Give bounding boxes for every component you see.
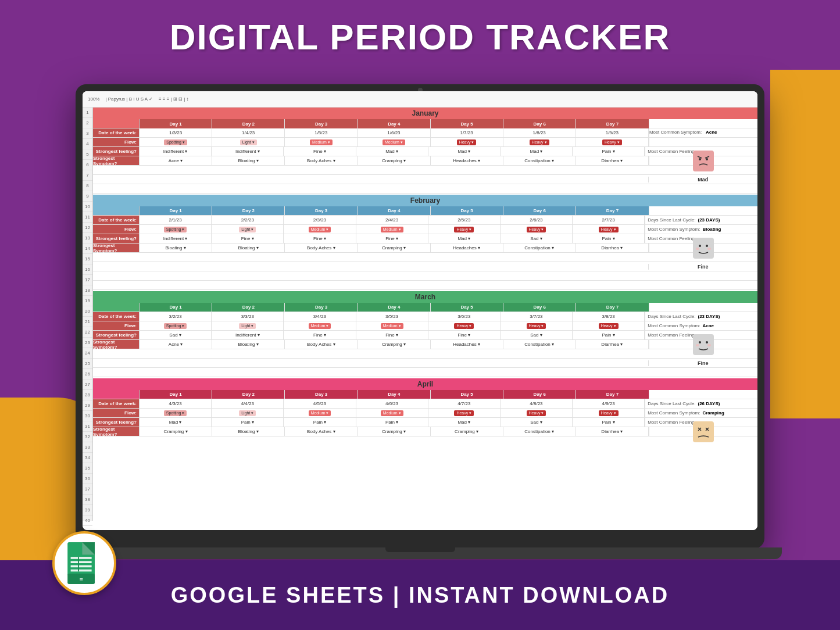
mar-feel3: Fine ▾ bbox=[284, 331, 356, 339]
apr-sym3: Body Aches ▾ bbox=[285, 427, 358, 436]
mar-flow1: Spotting ▾ bbox=[140, 321, 212, 330]
mar-d4h: Day 4 bbox=[358, 303, 431, 312]
jan-feel4: Mad ▾ bbox=[356, 147, 428, 156]
apr-feel2: Pain ▾ bbox=[212, 418, 284, 427]
jan-flow3-pill: Medium ▾ bbox=[310, 139, 333, 145]
apr-flow3: Medium ▾ bbox=[284, 409, 356, 417]
rn-32: 32 bbox=[83, 432, 92, 442]
jan-flow2-pill: Light ▾ bbox=[240, 139, 257, 145]
jan-feeling-area bbox=[649, 138, 757, 146]
jan-symptom: Strongest Symptom? Acne ▾ Bloating ▾ Bod… bbox=[93, 156, 757, 166]
feb-empty3 bbox=[93, 281, 757, 290]
svg-rect-10 bbox=[693, 334, 714, 355]
mar-stats-spacer bbox=[649, 303, 757, 312]
data-grid: January Day 1 Day 2 Day 3 Day 4 Day 5 Da… bbox=[93, 108, 757, 521]
rn-1: 1 bbox=[83, 108, 92, 118]
feb-flow1: Spotting ▾ bbox=[140, 225, 212, 234]
rn-10: 10 bbox=[83, 202, 92, 212]
apr-feeling: Strongest feeling? Mad ▾ Pain ▾ Pain ▾ P… bbox=[93, 418, 757, 427]
svg-point-9 bbox=[707, 248, 711, 250]
rn-9: 9 bbox=[83, 191, 92, 202]
rn-28: 28 bbox=[83, 390, 92, 400]
mad-face-icon bbox=[692, 150, 714, 172]
toolbar-zoom: 100% bbox=[86, 96, 101, 102]
feb-empty1 bbox=[93, 253, 757, 262]
jan-date5: 1/7/23 bbox=[431, 128, 503, 137]
feb-fp2: Light ▾ bbox=[239, 227, 256, 232]
svg-rect-26 bbox=[71, 565, 92, 568]
svg-rect-24 bbox=[71, 557, 92, 559]
rn-39: 39 bbox=[83, 505, 92, 516]
mar-empty1 bbox=[93, 349, 757, 359]
svg-rect-15 bbox=[693, 421, 714, 442]
feb-flow-label: Flow: bbox=[93, 225, 140, 234]
february-header: February bbox=[93, 195, 757, 206]
feb-d1h: Day 1 bbox=[140, 206, 212, 215]
fine-face-icon bbox=[692, 237, 714, 259]
mar-feel7: Pain ▾ bbox=[573, 331, 645, 339]
jan-empty2 bbox=[93, 184, 757, 194]
mar-flow3: Medium ▾ bbox=[284, 321, 356, 330]
mar-fine-emoji bbox=[649, 340, 757, 349]
apr-flow5: Heavy ▾ bbox=[428, 409, 501, 417]
apr-flow1: Spotting ▾ bbox=[140, 409, 212, 417]
mar-date-label: Date of the week: bbox=[93, 312, 140, 321]
apr-feeling-label: Strongest feeling? bbox=[93, 418, 140, 427]
jan-d4h: Day 4 bbox=[358, 119, 431, 128]
rn-19: 19 bbox=[83, 296, 92, 306]
toolbar-icons: ≡ ≡ ≡ | ⊞ ⊟ | ↕ bbox=[157, 96, 191, 102]
apr-angry-emoji bbox=[649, 427, 757, 436]
mar-feel4: Fine ▾ bbox=[356, 331, 428, 339]
rn-34: 34 bbox=[83, 453, 92, 463]
mar-date6: 3/7/23 bbox=[501, 312, 573, 321]
rn-27: 27 bbox=[83, 380, 92, 390]
rn-23: 23 bbox=[83, 338, 92, 348]
svg-rect-0 bbox=[693, 151, 714, 171]
apr-fp4: Medium ▾ bbox=[381, 410, 403, 416]
apr-feel4: Pain ▾ bbox=[356, 418, 428, 427]
feb-fp5: Heavy ▾ bbox=[454, 227, 474, 232]
mar-fp4: Medium ▾ bbox=[381, 323, 403, 329]
mar-dates: Date of the week: 3/2/23 3/3/23 3/4/23 3… bbox=[93, 312, 757, 321]
feb-fp3: Medium ▾ bbox=[309, 227, 331, 232]
mar-d1h: Day 1 bbox=[140, 303, 212, 312]
feb-fp7: Heavy ▾ bbox=[599, 227, 619, 232]
laptop-screen: 100% | Papyrus | B I U S A ✓ ≡ ≡ ≡ | ⊞ ⊟… bbox=[83, 91, 757, 530]
rn-17: 17 bbox=[83, 275, 92, 285]
jan-feel2: Indifferent ▾ bbox=[212, 147, 284, 156]
feb-sym6: Constipation ▾ bbox=[503, 244, 576, 252]
feb-date3: 2/3/23 bbox=[284, 216, 356, 224]
jan-date-label: Date of the week: bbox=[93, 128, 140, 137]
feb-symptom-label: Strongest Symptom? bbox=[93, 244, 140, 252]
apr-fp7: Heavy ▾ bbox=[599, 410, 619, 416]
march-section: March Day 1 Day 2 Day 3 Day 4 Day 5 Day … bbox=[93, 291, 757, 377]
mar-day-headers: Day 1 Day 2 Day 3 Day 4 Day 5 Day 6 Day … bbox=[93, 303, 757, 312]
feb-common-sym-row: Most Common Symptom: Bloating bbox=[645, 225, 757, 234]
rn-31: 31 bbox=[83, 421, 92, 432]
mar-fp1: Spotting ▾ bbox=[164, 323, 187, 329]
rn-37: 37 bbox=[83, 484, 92, 495]
svg-point-12 bbox=[706, 341, 708, 343]
mar-feel2: Indifferent ▾ bbox=[212, 331, 284, 339]
rn-24: 24 bbox=[83, 348, 92, 359]
rn-8: 8 bbox=[83, 181, 92, 191]
rn-12: 12 bbox=[83, 223, 92, 233]
mar-sym4: Cramping ▾ bbox=[358, 340, 430, 349]
mar-common-sym-row: Most Common Symptom: Acne bbox=[645, 321, 757, 330]
rn-30: 30 bbox=[83, 411, 92, 421]
feb-flow: Flow: Spotting ▾ Light ▾ Medium ▾ Medium… bbox=[93, 225, 757, 234]
feb-feeling: Strongest feeling? Indifferent ▾ Fine ▾ … bbox=[93, 234, 757, 244]
feb-d4h: Day 4 bbox=[358, 206, 431, 215]
jan-feel6: Mad ▾ bbox=[501, 147, 573, 156]
feb-sym5: Headaches ▾ bbox=[431, 244, 503, 252]
mar-d3h: Day 3 bbox=[285, 303, 358, 312]
apr-sym1: Cramping ▾ bbox=[140, 427, 212, 436]
apr-date6: 4/8/23 bbox=[501, 399, 573, 408]
jan-flow7-pill: Heavy ▾ bbox=[602, 139, 622, 145]
apr-fp6: Heavy ▾ bbox=[527, 410, 546, 416]
rn-7: 7 bbox=[83, 170, 92, 181]
rn-22: 22 bbox=[83, 327, 92, 338]
svg-rect-5 bbox=[693, 238, 714, 259]
mar-date5: 3/6/23 bbox=[428, 312, 501, 321]
jan-dates: Date of the week: 1/3/23 1/4/23 1/5/23 1… bbox=[93, 128, 757, 138]
